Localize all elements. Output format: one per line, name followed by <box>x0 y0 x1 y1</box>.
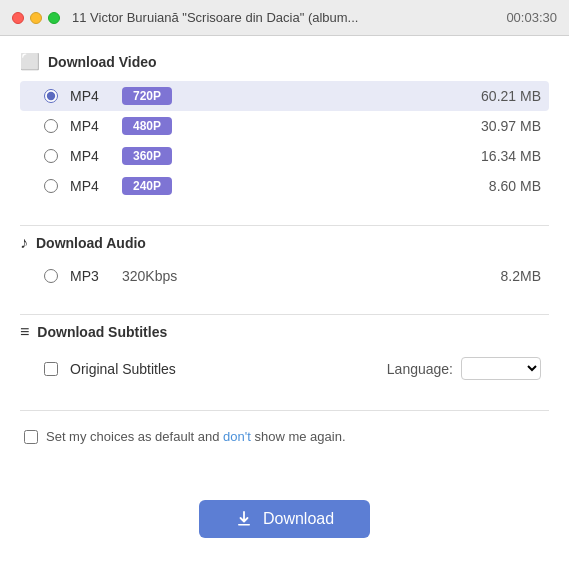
audio-section-label: Download Audio <box>36 235 146 251</box>
default-label-part2: show me again. <box>251 429 346 444</box>
format-240p: MP4 <box>70 178 110 194</box>
duration: 00:03:30 <box>506 10 557 25</box>
subtitle-checkbox[interactable] <box>44 362 58 376</box>
dont-label: don't <box>223 429 251 444</box>
video-icon: ⬜ <box>20 52 40 71</box>
language-select[interactable] <box>461 357 541 380</box>
default-label: Set my choices as default and don't show… <box>46 429 346 444</box>
window-title: 11 Victor Buruiană "Scrisoare din Dacia"… <box>72 10 506 25</box>
subtitle-section-label: Download Subtitles <box>37 324 167 340</box>
main-content: ⬜ Download Video MP4 720P 60.21 MB MP4 4… <box>0 36 569 562</box>
quality-480p: 480P <box>122 117 172 135</box>
maximize-button[interactable] <box>48 12 60 24</box>
traffic-lights <box>12 12 60 24</box>
format-360p: MP4 <box>70 148 110 164</box>
original-subtitles-label: Original Subtitles <box>70 361 176 377</box>
close-button[interactable] <box>12 12 24 24</box>
video-option-240p[interactable]: MP4 240P 8.60 MB <box>20 171 549 201</box>
video-section-label: Download Video <box>48 54 157 70</box>
radio-480p[interactable] <box>44 119 58 133</box>
download-button-label: Download <box>263 510 334 528</box>
divider-2 <box>20 314 549 315</box>
subtitle-row: Original Subtitles Language: <box>20 351 549 386</box>
subtitle-section-header: ≡ Download Subtitles <box>20 323 549 341</box>
default-label-part1: Set my choices as default and <box>46 429 223 444</box>
subtitle-icon: ≡ <box>20 323 29 341</box>
radio-mp3[interactable] <box>44 269 58 283</box>
default-checkbox[interactable] <box>24 430 38 444</box>
quality-240p: 240P <box>122 177 172 195</box>
size-mp3: 8.2MB <box>501 268 541 284</box>
audio-section-header: ♪ Download Audio <box>20 234 549 252</box>
quality-360p: 360P <box>122 147 172 165</box>
video-section: ⬜ Download Video MP4 720P 60.21 MB MP4 4… <box>20 52 549 201</box>
radio-240p[interactable] <box>44 179 58 193</box>
size-360p: 16.34 MB <box>481 148 541 164</box>
size-720p: 60.21 MB <box>481 88 541 104</box>
radio-720p[interactable] <box>44 89 58 103</box>
download-icon <box>235 510 253 528</box>
quality-720p: 720P <box>122 87 172 105</box>
format-mp3: MP3 <box>70 268 110 284</box>
subtitle-section: ≡ Download Subtitles Original Subtitles … <box>20 323 549 386</box>
size-240p: 8.60 MB <box>489 178 541 194</box>
audio-icon: ♪ <box>20 234 28 252</box>
format-720p: MP4 <box>70 88 110 104</box>
language-label: Language: <box>387 361 453 377</box>
button-area: Download <box>20 484 549 546</box>
format-480p: MP4 <box>70 118 110 134</box>
video-section-header: ⬜ Download Video <box>20 52 549 71</box>
svg-rect-0 <box>238 524 250 526</box>
kbps-mp3: 320Kbps <box>122 268 177 284</box>
video-option-720p[interactable]: MP4 720P 60.21 MB <box>20 81 549 111</box>
divider-1 <box>20 225 549 226</box>
radio-360p[interactable] <box>44 149 58 163</box>
minimize-button[interactable] <box>30 12 42 24</box>
video-option-360p[interactable]: MP4 360P 16.34 MB <box>20 141 549 171</box>
language-section: Language: <box>387 357 541 380</box>
audio-option-mp3[interactable]: MP3 320Kbps 8.2MB <box>20 262 549 290</box>
default-row: Set my choices as default and don't show… <box>20 419 549 448</box>
audio-section: ♪ Download Audio MP3 320Kbps 8.2MB <box>20 234 549 290</box>
size-480p: 30.97 MB <box>481 118 541 134</box>
video-option-480p[interactable]: MP4 480P 30.97 MB <box>20 111 549 141</box>
divider-3 <box>20 410 549 411</box>
download-button[interactable]: Download <box>199 500 370 538</box>
title-bar: 11 Victor Buruiană "Scrisoare din Dacia"… <box>0 0 569 36</box>
